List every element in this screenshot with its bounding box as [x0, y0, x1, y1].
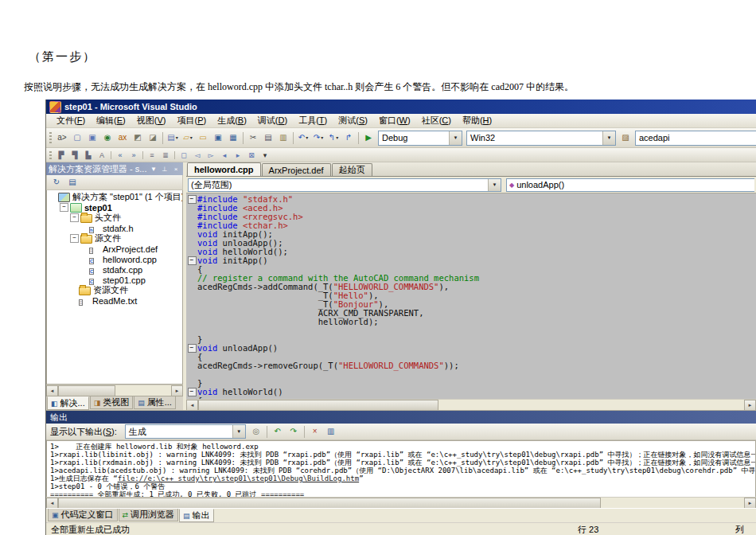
redo-icon[interactable]: ↷▾	[311, 131, 325, 145]
chevron-down-icon[interactable]: ▼	[602, 131, 615, 145]
editor-hscrollbar[interactable]: ◄ ►	[186, 399, 756, 410]
code-line[interactable]	[186, 370, 756, 379]
menu-item-C[interactable]: 社区(C)	[416, 114, 457, 127]
scrollbar-thumb[interactable]	[198, 400, 438, 411]
fold-collapse-icon[interactable]: −	[188, 195, 197, 204]
chevron-down-icon[interactable]: ▼	[449, 131, 462, 145]
scrollbar-thumb[interactable]	[58, 385, 115, 396]
solution-platform-combo[interactable]: Win32▼	[466, 131, 616, 146]
save-all-icon[interactable]: ▦	[226, 131, 240, 145]
save-icon[interactable]: ▣	[211, 131, 225, 145]
tool-tab-[interactable]: ▤属性...	[134, 396, 176, 409]
new-window-icon[interactable]: ▢	[70, 131, 84, 145]
cut-icon[interactable]: ✂	[246, 131, 260, 145]
tool-tab-[interactable]: ◨类视图	[90, 396, 134, 409]
navigate-forward-icon[interactable]: ↱	[341, 131, 356, 145]
menu-item-T[interactable]: 工具(T)	[293, 114, 333, 127]
code-line[interactable]	[186, 326, 756, 335]
collapse-icon[interactable]: −	[60, 203, 68, 212]
toolbar-overflow-icon[interactable]: ▾	[259, 150, 271, 160]
find-message-icon[interactable]: ◎	[249, 425, 263, 439]
output-text[interactable]: 1> 正在创建库 helloword.lib 和对象 helloword.exp…	[46, 440, 756, 497]
display-declaration-icon[interactable]: ▙	[82, 150, 95, 160]
scroll-left-icon[interactable]: ◄	[186, 400, 198, 411]
add-new-item-icon[interactable]: ▤▾	[166, 131, 180, 145]
editor-tab-ArxProjectdef[interactable]: ArxProject.def	[262, 163, 331, 176]
web-browse-icon[interactable]: ◉	[100, 131, 115, 145]
build-log-link[interactable]: file://e:\c++_study\try\step01\step01\De…	[118, 474, 359, 482]
editor-tab-[interactable]: 起始页	[332, 163, 372, 176]
code-line[interactable]: helloWorld);	[186, 318, 756, 326]
window-position-icon[interactable]: ▼	[149, 164, 158, 174]
next-message-icon[interactable]: ↷	[286, 425, 301, 439]
find-combo[interactable]: acedapi▼	[635, 131, 756, 146]
tree-item[interactable]: ≡ArxProject.def	[47, 244, 182, 254]
tree-item[interactable]: 资源文件	[47, 285, 182, 295]
tool-window-icon[interactable]: ◩	[131, 131, 145, 145]
auto-hide-pin-icon[interactable]: ⊥	[160, 164, 170, 174]
bookmark-prev-icon[interactable]: ◅	[191, 150, 204, 160]
tool-tab-[interactable]: ◧解决...	[47, 396, 89, 410]
bookmark-prev-folder-icon[interactable]: ◂	[218, 150, 231, 160]
close-icon[interactable]: ×	[171, 164, 181, 174]
tree-item[interactable]: Cstdafx.cpp	[47, 264, 182, 275]
editor-tab-hellowordcpp[interactable]: helloword.cpp	[187, 162, 261, 176]
comment-icon[interactable]: ≡	[146, 150, 158, 160]
prev-message-icon[interactable]: ↶	[271, 425, 285, 439]
open-file-icon[interactable]: ▱▾	[181, 131, 195, 145]
bookmark-next-folder-icon[interactable]: ▸	[232, 150, 244, 160]
tree-item[interactable]: −头文件	[47, 213, 182, 223]
decrease-indent-icon[interactable]: «	[114, 150, 127, 160]
word-complete-icon[interactable]: A	[95, 150, 108, 160]
scroll-right-icon[interactable]: ►	[171, 385, 183, 396]
output-hscrollbar[interactable]: ◄ ►	[46, 497, 756, 508]
menu-item-D[interactable]: 调试(D)	[252, 114, 293, 127]
code-line[interactable]: −void unloadApp()	[186, 344, 756, 353]
show-all-files-icon[interactable]: ▤	[65, 176, 80, 189]
paste-icon[interactable]: ▥	[276, 131, 290, 145]
arx-wizard-icon[interactable]: ax	[115, 131, 130, 145]
display-objects-icon[interactable]: ▛	[55, 150, 68, 160]
start-debug-icon[interactable]: ▶	[361, 131, 376, 145]
bookmark-clear-icon[interactable]: ⊠	[245, 150, 258, 160]
copy-icon[interactable]: ▤	[261, 131, 275, 145]
chevron-down-icon[interactable]: ▼	[232, 425, 245, 438]
toolbar-grip[interactable]	[49, 132, 52, 143]
output-source-combo[interactable]: 生成 ▼	[125, 424, 246, 439]
navigate-back-icon[interactable]: ↰▾	[326, 131, 341, 145]
code-line[interactable]: −void initApp()	[186, 256, 756, 265]
word-wrap-icon[interactable]: ▥	[324, 425, 338, 439]
uncomment-icon[interactable]: ≣	[159, 150, 172, 160]
properties-window-icon[interactable]: ▣	[85, 131, 99, 145]
tree-item[interactable]: ≡ReadMe.txt	[47, 295, 182, 306]
titlebar[interactable]: step01 - Microsoft Visual Studio	[46, 100, 756, 114]
code-line[interactable]: −void helloWorld()	[186, 388, 756, 396]
tree-item[interactable]: 解决方案 "step01" (1 个项目)	[47, 192, 182, 202]
open-folder-icon[interactable]: ▭	[196, 131, 210, 145]
toolbar-grip[interactable]	[49, 151, 52, 159]
scroll-left-icon[interactable]: ◄	[46, 385, 58, 396]
undo-icon[interactable]: ↶▾	[296, 131, 310, 145]
menu-item-F[interactable]: 文件(F)	[51, 114, 91, 127]
menu-item-S[interactable]: 测试(S)	[333, 114, 373, 127]
scroll-left-icon[interactable]: ◄	[46, 498, 58, 509]
code-line[interactable]: acedRegCmds->removeGroup(_T("HELLOWORLD_…	[186, 361, 756, 370]
scroll-right-icon[interactable]: ►	[744, 400, 756, 411]
refresh-icon[interactable]: ↻	[49, 176, 64, 189]
menu-item-E[interactable]: 编辑(E)	[91, 114, 131, 127]
menu-item-V[interactable]: 视图(V)	[131, 114, 172, 127]
start-page-icon[interactable]: a>	[55, 131, 69, 145]
find-in-files-icon[interactable]: ▨	[618, 131, 633, 145]
solution-explorer-hscrollbar[interactable]: ◄ ►	[46, 385, 183, 396]
fold-collapse-icon[interactable]: −	[188, 388, 197, 396]
scroll-right-icon[interactable]: ►	[744, 498, 756, 509]
collapse-icon[interactable]: −	[70, 213, 79, 222]
tree-item[interactable]: −源文件	[47, 233, 182, 244]
code-editor[interactable]: −#include "stdafx.h"#include <aced.h>#in…	[186, 193, 756, 399]
display-full-icon[interactable]: ▜	[68, 150, 81, 160]
menu-item-W[interactable]: 窗口(W)	[373, 114, 416, 127]
tool-tab-[interactable]: ▣代码定义窗口	[48, 509, 118, 521]
collapse-icon[interactable]: −	[70, 234, 79, 243]
tool-tab-[interactable]: ▤输出	[179, 509, 214, 522]
bookmark-toggle-icon[interactable]: ◻	[177, 150, 190, 160]
